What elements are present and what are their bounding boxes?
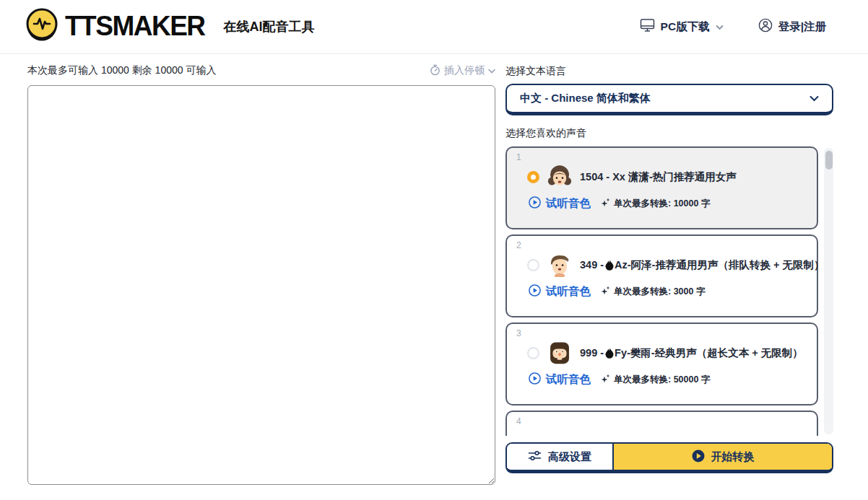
voice-radio[interactable] bbox=[527, 259, 539, 271]
stopwatch-icon bbox=[430, 64, 440, 78]
voice-index: 2 bbox=[516, 240, 810, 250]
site-tagline: 在线AI配音工具 bbox=[224, 18, 315, 35]
voice-list-scrollbar-track[interactable] bbox=[824, 148, 833, 434]
char-counter: 本次最多可输入 10000 剩余 10000 可输入 bbox=[27, 64, 216, 77]
voice-avatar bbox=[547, 164, 573, 190]
sliders-icon bbox=[528, 449, 542, 464]
login-label: 登录|注册 bbox=[778, 19, 826, 35]
ttsmaker-logo[interactable]: TTSMAKER bbox=[25, 7, 205, 46]
voice-limit-label: 单次最多转换: 10000 字 bbox=[614, 198, 710, 210]
voice-limit: 单次最多转换: 50000 字 bbox=[601, 374, 710, 386]
voice-index: 4 bbox=[516, 416, 810, 426]
sparkles-icon bbox=[601, 374, 610, 386]
voice-limit: 单次最多转换: 10000 字 bbox=[601, 198, 710, 210]
voice-preview-label: 试听音色 bbox=[546, 284, 591, 299]
voice-avatar bbox=[547, 252, 573, 278]
voice-title: 1504 - Xx 潇潇-热门推荐通用女声 bbox=[580, 170, 737, 184]
voice-index: 1 bbox=[516, 152, 810, 162]
start-conversion-label: 开始转换 bbox=[711, 450, 755, 464]
voice-limit: 单次最多转换: 3000 字 bbox=[601, 286, 705, 298]
voice-card[interactable]: 2 349 - Az-阿泽-推荐通用男声（排队转换 + 无限制） 试听音色 bbox=[505, 234, 818, 317]
language-selected-value: 中文 - Chinese 简体和繁体 bbox=[520, 92, 651, 105]
voice-limit-label: 单次最多转换: 3000 字 bbox=[614, 286, 705, 298]
voice-card[interactable]: 1 1504 - Xx 潇潇-热门推荐通用女声 试听音色 bbox=[505, 146, 818, 229]
voice-limit-label: 单次最多转换: 50000 字 bbox=[614, 374, 710, 386]
voice-index: 3 bbox=[516, 328, 810, 338]
voice-list-scrollbar-thumb[interactable] bbox=[825, 151, 833, 170]
voice-radio[interactable] bbox=[527, 347, 539, 359]
advanced-settings-label: 高级设置 bbox=[548, 450, 591, 464]
voice-preview-label: 试听音色 bbox=[546, 372, 591, 387]
voice-list: 1 1504 - Xx 潇潇-热门推荐通用女声 试听音色 bbox=[505, 146, 833, 436]
insert-pause-label: 插入停顿 bbox=[444, 64, 485, 77]
action-bar: 高级设置 开始转换 bbox=[505, 442, 833, 473]
voice-avatar bbox=[547, 340, 573, 366]
insert-pause-dropdown[interactable]: 插入停顿 bbox=[430, 64, 495, 78]
voice-preview-button[interactable]: 试听音色 bbox=[529, 284, 591, 299]
voice-title: 349 - Az-阿泽-推荐通用男声（排队转换 + 无限制） bbox=[580, 258, 824, 272]
play-circle-outline-icon bbox=[529, 196, 541, 211]
chevron-down-icon bbox=[716, 20, 724, 33]
voice-settings-panel: 选择文本语言 中文 - Chinese 简体和繁体 选择您喜欢的声音 1 150… bbox=[505, 63, 833, 473]
brand-name: TTSMAKER bbox=[65, 11, 205, 43]
sparkles-icon bbox=[601, 286, 610, 298]
voice-card[interactable]: 4 bbox=[505, 411, 818, 436]
voice-title: 999 - Fy-樊雨-经典男声（超长文本 + 无限制） bbox=[580, 346, 803, 360]
login-register-link[interactable]: 登录|注册 bbox=[758, 18, 826, 35]
user-icon bbox=[758, 18, 773, 35]
play-circle-icon bbox=[692, 449, 705, 465]
voice-preview-button[interactable]: 试听音色 bbox=[529, 372, 591, 387]
monitor-icon bbox=[640, 18, 655, 35]
play-circle-outline-icon bbox=[529, 372, 541, 387]
language-section-label: 选择文本语言 bbox=[505, 63, 833, 78]
pc-download-menu[interactable]: PC版下载 bbox=[640, 18, 724, 35]
logo-waveform-icon bbox=[25, 7, 59, 46]
header: TTSMAKER 在线AI配音工具 PC版下载 bbox=[0, 0, 868, 54]
language-select[interactable]: 中文 - Chinese 简体和繁体 bbox=[505, 84, 833, 115]
tts-text-input[interactable] bbox=[27, 85, 495, 485]
play-circle-outline-icon bbox=[529, 284, 541, 299]
text-editor-panel: 本次最多可输入 10000 剩余 10000 可输入 插入停顿 bbox=[27, 63, 495, 485]
start-conversion-button[interactable]: 开始转换 bbox=[614, 444, 832, 470]
voice-radio[interactable] bbox=[527, 171, 539, 183]
pc-download-label: PC版下载 bbox=[661, 19, 710, 35]
advanced-settings-button[interactable]: 高级设置 bbox=[507, 444, 614, 470]
voice-card[interactable]: 3 999 - Fy-樊雨-经典男声（超长文本 + 无限制） 试听音色 bbox=[505, 323, 818, 405]
chevron-down-icon bbox=[810, 95, 819, 102]
chevron-down-icon bbox=[488, 69, 495, 74]
voice-preview-label: 试听音色 bbox=[546, 196, 591, 211]
voice-section-label: 选择您喜欢的声音 bbox=[505, 126, 833, 140]
voice-preview-button[interactable]: 试听音色 bbox=[529, 196, 591, 211]
sparkles-icon bbox=[601, 198, 610, 210]
